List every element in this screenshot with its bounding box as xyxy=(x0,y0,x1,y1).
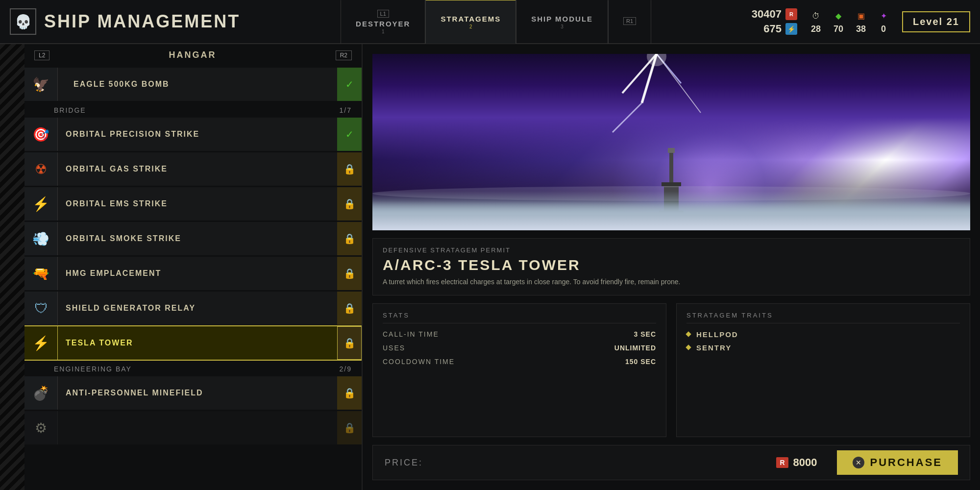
purchase-bar: PRICE: R 8000 ✕ PURCHASE xyxy=(372,445,970,480)
tab-stratagems[interactable]: STRATAGEMS 2 xyxy=(425,0,516,44)
currency-row-2: 675 ⚡ xyxy=(763,23,797,35)
item-name-orbital-smoke: ORBITAL SMOKE STRIKE xyxy=(58,222,337,255)
item-badge-locked: 🔒 xyxy=(337,222,362,255)
price-currency-icon: R xyxy=(776,457,788,468)
stat-row-cooldown: COOLDOWN TIME 150 SEC xyxy=(383,358,656,366)
svg-line-3 xyxy=(612,103,642,132)
page-title: SHIP MANAGEMENT xyxy=(44,11,240,32)
list-item[interactable]: 💣 ANTI-PERSONNEL MINEFIELD 🔒 xyxy=(24,376,362,410)
stat-label-cooldown: COOLDOWN TIME xyxy=(383,358,455,366)
lock-icon: 🔒 xyxy=(343,163,356,175)
stat-value-cooldown: 150 SEC xyxy=(625,358,656,366)
stat-row-callin: CALL-IN TIME 3 SEC xyxy=(383,330,656,338)
bridge-count: 1/7 xyxy=(340,106,352,114)
item-name-mine: ANTI-PERSONNEL MINEFIELD xyxy=(58,376,337,410)
purchase-button[interactable]: ✕ PURCHASE xyxy=(837,450,958,475)
resource-3-value: 38 xyxy=(856,24,866,34)
key-r2[interactable]: R2 xyxy=(336,50,352,60)
stripe-border xyxy=(0,44,24,490)
item-title: A/ARC-3 TESLA TOWER xyxy=(383,257,960,273)
clock-icon: ⏱ xyxy=(809,9,823,23)
price-value: R 8000 xyxy=(776,456,817,469)
left-panel: L2 HANGAR R2 🦅 EAGLE 500KG BOMB ✓ BRIDGE xyxy=(24,44,363,490)
stratagem-list: 🦅 EAGLE 500KG BOMB ✓ BRIDGE 1/7 🎯 xyxy=(24,66,362,490)
item-icon-tesla: ⚡ xyxy=(24,326,58,360)
engineering-label: ENGINEERING BAY xyxy=(54,365,132,373)
tab-key-l1: L1 xyxy=(377,10,389,18)
top-bar: 💀 SHIP MANAGEMENT L1 DESTROYER 1 STRATAG… xyxy=(0,0,980,44)
item-icon-shield: 🛡 xyxy=(24,292,58,325)
bridge-label: BRIDGE xyxy=(54,106,86,114)
purchase-label: PURCHASE xyxy=(870,456,942,469)
tesla-tower xyxy=(659,148,684,216)
currency-1-icon: R xyxy=(785,8,797,20)
item-badge-locked: 🔒 xyxy=(337,411,362,444)
item-badge-locked: 🔒 xyxy=(337,257,362,290)
currency-2-value: 675 xyxy=(763,23,782,35)
item-name-orbital-ems: ORBITAL EMS STRIKE xyxy=(58,187,337,220)
item-name-tesla: TESLA TOWER xyxy=(58,326,337,360)
item-badge-unlocked: ✓ xyxy=(337,118,362,151)
tab-key-r1: R1 xyxy=(623,17,636,25)
lock-icon: 🔒 xyxy=(343,387,356,399)
lock-icon: 🔒 xyxy=(343,268,356,279)
currency-2-icon: ⚡ xyxy=(785,23,797,35)
item-icon-orbital-gas: ☢ xyxy=(24,152,58,186)
trait-sentry: SENTRY xyxy=(686,343,960,352)
item-icon-mine: 💣 xyxy=(24,376,58,410)
item-description: A turret which fires electrical charges … xyxy=(383,277,960,287)
list-item[interactable]: 🎯 ORBITAL PRECISION STRIKE ✓ xyxy=(24,118,362,151)
item-badge-unlocked: ✓ xyxy=(337,68,362,101)
item-name-shield: SHIELD GENERATOR RELAY xyxy=(58,292,337,325)
hangar-title: HANGAR xyxy=(49,50,335,60)
lock-icon: 🔒 xyxy=(343,422,356,434)
stats-block: STATS CALL-IN TIME 3 SEC USES UNLIMITED … xyxy=(372,303,666,437)
engineering-count: 2/9 xyxy=(340,365,352,373)
resource-2-value: 70 xyxy=(833,24,843,34)
item-info: DEFENSIVE STRATAGEM PERMIT A/ARC-3 TESLA… xyxy=(372,238,970,295)
tab-num-3: 3 xyxy=(561,24,564,29)
trait-bullet-icon xyxy=(686,344,691,350)
list-item[interactable]: 🔫 HMG EMPLACEMENT 🔒 xyxy=(24,257,362,290)
tab-r1[interactable]: R1 xyxy=(608,0,651,44)
orange-icon: ▣ xyxy=(854,9,868,23)
tab-destroyer[interactable]: L1 DESTROYER 1 xyxy=(341,0,425,44)
resource-4-value: 0 xyxy=(881,24,886,34)
lock-icon: 🔒 xyxy=(343,233,356,245)
hangar-header: L2 HANGAR R2 xyxy=(24,44,362,66)
tab-label-stratagems: STRATAGEMS xyxy=(441,15,501,23)
resource-green: ◆ 70 xyxy=(832,9,845,34)
item-name-eagle: EAGLE 500KG BOMB xyxy=(58,68,337,101)
trait-hellpod: HELLPOD xyxy=(686,330,960,339)
tab-num-1: 1 xyxy=(382,29,385,34)
skull-icon: 💀 xyxy=(10,8,36,35)
traits-block: STRATAGEM TRAITS HELLPOD SENTRY xyxy=(676,303,970,437)
item-icon-eagle: 🦅 xyxy=(24,68,58,101)
item-name-extra xyxy=(58,411,337,444)
list-item[interactable]: 🛡 SHIELD GENERATOR RELAY 🔒 xyxy=(24,292,362,325)
resource-icons: ⏱ 28 ◆ 70 ▣ 38 ✦ 0 xyxy=(809,9,890,34)
stats-traits-row: STATS CALL-IN TIME 3 SEC USES UNLIMITED … xyxy=(372,303,970,437)
tab-ship-module[interactable]: SHIP MODULE 3 xyxy=(516,0,608,44)
tab-num-2: 2 xyxy=(469,24,472,29)
check-icon: ✓ xyxy=(345,128,354,140)
permit-label: DEFENSIVE STRATAGEM PERMIT xyxy=(383,246,960,254)
stat-row-uses: USES UNLIMITED xyxy=(383,344,656,352)
check-icon: ✓ xyxy=(345,78,354,90)
main-content: L2 HANGAR R2 🦅 EAGLE 500KG BOMB ✓ BRIDGE xyxy=(0,44,980,490)
header-right: 30407 R 675 ⚡ ⏱ 28 ◆ 70 ▣ 38 ✦ xyxy=(752,8,970,35)
stat-value-callin: 3 SEC xyxy=(634,330,656,338)
key-l2[interactable]: L2 xyxy=(34,50,49,60)
list-item[interactable]: 💨 ORBITAL SMOKE STRIKE 🔒 xyxy=(24,222,362,255)
list-item[interactable]: ⚙ 🔒 xyxy=(24,411,362,444)
list-item-active[interactable]: ⚡ TESLA TOWER 🔒 xyxy=(24,326,362,360)
list-item[interactable]: 🦅 EAGLE 500KG BOMB ✓ xyxy=(24,68,362,101)
lock-icon: 🔒 xyxy=(343,302,356,314)
level-badge: Level 21 xyxy=(902,11,970,32)
trait-label-hellpod: HELLPOD xyxy=(696,330,738,339)
trait-bullet-icon xyxy=(686,331,691,337)
header-left: 💀 SHIP MANAGEMENT xyxy=(10,8,240,35)
list-item[interactable]: ☢ ORBITAL GAS STRIKE 🔒 xyxy=(24,152,362,186)
item-badge-locked: 🔒 xyxy=(337,376,362,410)
list-item[interactable]: ⚡ ORBITAL EMS STRIKE 🔒 xyxy=(24,187,362,220)
